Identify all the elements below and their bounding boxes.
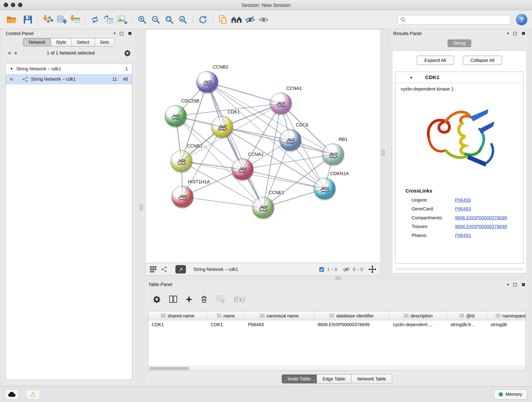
table-cell[interactable]: P06493	[245, 320, 314, 330]
network-canvas[interactable]: CCNB2CCNA1CDC25BCDK1CDC6RB1CCNB1CCNA2CDK…	[145, 29, 381, 263]
selected-checkbox-icon[interactable]	[319, 267, 324, 272]
cloud-status-button[interactable]	[5, 389, 19, 399]
column-header-canonical-name[interactable]: canonical name	[245, 311, 314, 320]
table-cell[interactable]: 9606.ENSP00000378699	[314, 320, 389, 330]
expand-all-networks-icon[interactable]: «	[6, 51, 12, 56]
zoom-out-button[interactable]	[149, 13, 162, 26]
new-network-button[interactable]	[88, 13, 102, 26]
column-sort-icon[interactable]	[161, 313, 166, 318]
apply-layout-button[interactable]	[196, 13, 210, 26]
minimize-window-button[interactable]	[11, 3, 15, 7]
help-button[interactable]: ?	[516, 14, 527, 25]
column-header-shared-name[interactable]: shared name	[148, 311, 207, 320]
column-sort-icon[interactable]	[329, 313, 334, 318]
table-cell[interactable]: CDK1	[148, 320, 207, 330]
table-cell[interactable]: CDK1	[207, 320, 245, 330]
network-node-CDK1[interactable]	[211, 116, 233, 138]
first-neighbors-button[interactable]	[230, 13, 243, 26]
crosslink-link[interactable]: 9606.ENSP00000378699	[455, 215, 507, 220]
collapse-gene-icon[interactable]: ▼	[409, 75, 413, 79]
zoom-window-button[interactable]	[18, 3, 22, 7]
delete-column-trash-icon[interactable]	[201, 295, 208, 303]
close-panel-icon[interactable]: ✖	[128, 31, 132, 36]
float-panel-icon[interactable]	[513, 283, 517, 286]
expand-all-button[interactable]: Expand All	[417, 56, 454, 65]
gene-card-header[interactable]: ▼ CDK1	[395, 72, 524, 83]
panel-menu-icon[interactable]: ▾	[507, 282, 509, 287]
left-splitter-handle[interactable]	[140, 204, 143, 211]
column-header-database-identifier[interactable]: database identifier	[314, 311, 389, 320]
tab-node-table[interactable]: Node Table	[282, 374, 317, 383]
results-scrollbar[interactable]	[396, 268, 523, 270]
network-share-icon[interactable]	[161, 266, 167, 273]
column-header-description[interactable]: description	[389, 311, 447, 320]
table-cell[interactable]: stringdb:9...	[447, 320, 487, 330]
bottom-splitter-handle[interactable]	[335, 277, 341, 280]
close-panel-icon[interactable]: ✖	[521, 31, 526, 36]
network-options-gear-icon[interactable]	[124, 50, 131, 57]
hide-selected-button[interactable]	[243, 13, 257, 26]
warnings-button[interactable]: ⚠	[26, 389, 40, 399]
float-panel-icon[interactable]	[120, 32, 123, 35]
import-network-database-button[interactable]	[55, 13, 68, 26]
open-in-window-button[interactable]: ↗	[176, 265, 186, 274]
right-splitter-handle[interactable]	[382, 150, 385, 156]
hidden-eye-slash-icon[interactable]	[343, 266, 350, 273]
search-input[interactable]	[408, 17, 507, 22]
tab-style[interactable]: Style	[51, 38, 71, 46]
network-node-CDC25B[interactable]	[165, 105, 187, 127]
export-image-button[interactable]	[115, 13, 129, 26]
float-panel-icon[interactable]	[513, 32, 517, 35]
network-node-CCNA2[interactable]	[232, 159, 253, 180]
crosslink-link[interactable]: P06493	[455, 197, 471, 202]
new-network-from-table-button[interactable]	[102, 13, 115, 26]
table-horizontal-scrollbar[interactable]	[148, 366, 526, 370]
crosslink-link[interactable]: P06493	[455, 206, 471, 211]
network-collection-row[interactable]: ▼ String Network – cdk1 1	[6, 64, 132, 74]
show-all-button[interactable]	[257, 13, 270, 26]
birds-eye-view-icon[interactable]	[150, 266, 157, 273]
zoom-fit-button[interactable]	[162, 13, 176, 26]
column-sort-icon[interactable]	[260, 313, 265, 318]
create-column-plus-icon[interactable]	[186, 296, 192, 303]
search-box[interactable]	[397, 15, 511, 24]
tab-string[interactable]: String	[448, 39, 471, 47]
crosslink-link[interactable]: 9606.ENSP00000378699	[455, 224, 507, 229]
network-node-HIST1H1A[interactable]	[172, 186, 193, 208]
table-settings-gear-icon[interactable]	[152, 295, 161, 303]
pan-move-icon[interactable]	[368, 265, 376, 273]
close-panel-icon[interactable]: ✖	[521, 282, 526, 287]
collapse-all-networks-icon[interactable]: »	[12, 51, 18, 56]
column-sort-icon[interactable]	[496, 313, 500, 318]
network-row[interactable]: String Network – cdk1 11 48	[6, 74, 132, 85]
column-header-name[interactable]: name	[207, 311, 245, 320]
annotations-button[interactable]	[216, 13, 230, 26]
network-node-CCNE1[interactable]	[253, 197, 274, 219]
panel-menu-icon[interactable]: ▾	[507, 31, 509, 36]
tab-select[interactable]: Select	[71, 38, 95, 46]
network-node-CCNB2[interactable]	[196, 71, 218, 93]
memory-button[interactable]: Memory	[494, 389, 527, 399]
network-node-CCNB1[interactable]	[171, 150, 192, 172]
tab-sets[interactable]: Sets	[95, 38, 114, 46]
table-row[interactable]: CDK1CDK1P064939606.ENSP00000378699cyclin…	[148, 320, 526, 330]
column-sort-icon[interactable]	[217, 313, 222, 318]
show-columns-icon[interactable]	[169, 295, 177, 303]
collapse-all-button[interactable]: Collapse All	[462, 56, 502, 65]
network-node-CDKN1A[interactable]	[314, 178, 336, 200]
zoom-selected-button[interactable]	[176, 13, 190, 26]
column-header-@id[interactable]: @id	[447, 311, 487, 320]
tab-network[interactable]: Network	[23, 38, 51, 46]
zoom-in-button[interactable]	[135, 13, 149, 26]
open-session-button[interactable]	[5, 13, 18, 26]
close-window-button[interactable]	[4, 3, 8, 7]
crosslink-link[interactable]: P06493	[455, 233, 471, 238]
network-node-CCNA1[interactable]	[270, 93, 292, 114]
column-sort-icon[interactable]	[404, 313, 409, 318]
save-session-button[interactable]	[21, 13, 35, 26]
panel-menu-icon[interactable]: ▾	[114, 31, 115, 36]
network-node-RB1[interactable]	[322, 143, 344, 165]
tab-edge-table[interactable]: Edge Table	[317, 374, 352, 383]
table-cell[interactable]: cyclin-dependent ...	[389, 320, 447, 330]
table-cell[interactable]: stringdb	[487, 320, 526, 330]
